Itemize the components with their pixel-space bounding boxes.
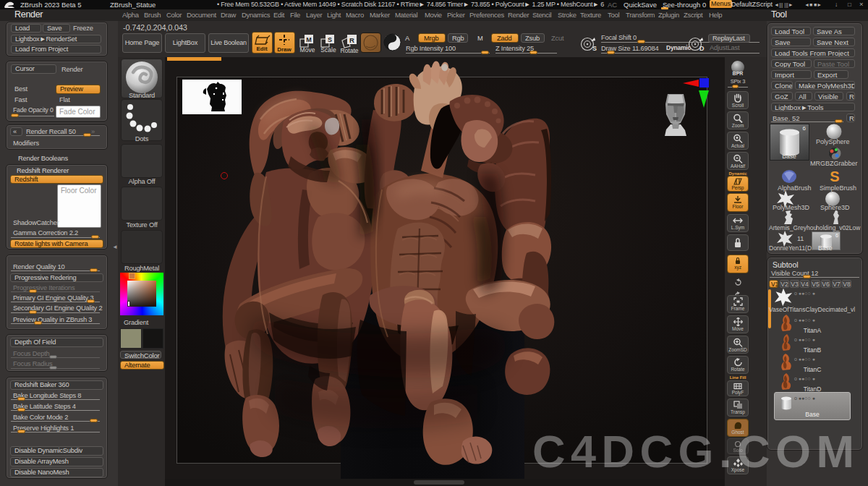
- svg-text:Draw: Draw: [277, 46, 292, 53]
- svg-text:R: R: [349, 36, 354, 44]
- svg-text:BPR: BPR: [733, 71, 744, 76]
- svg-text:S: S: [830, 169, 839, 184]
- svg-text:Rotate: Rotate: [340, 47, 358, 54]
- svg-text:Edit: Edit: [256, 46, 267, 52]
- svg-text:Base: Base: [782, 153, 796, 160]
- svg-text:D: D: [699, 45, 705, 52]
- svg-text:6: 6: [835, 233, 838, 238]
- svg-text:Scale: Scale: [320, 46, 336, 54]
- svg-text:Move: Move: [300, 46, 315, 54]
- svg-text:6: 6: [803, 125, 807, 132]
- svg-text:M: M: [306, 36, 312, 43]
- svg-text:S: S: [592, 45, 597, 52]
- svg-text:S: S: [328, 36, 332, 43]
